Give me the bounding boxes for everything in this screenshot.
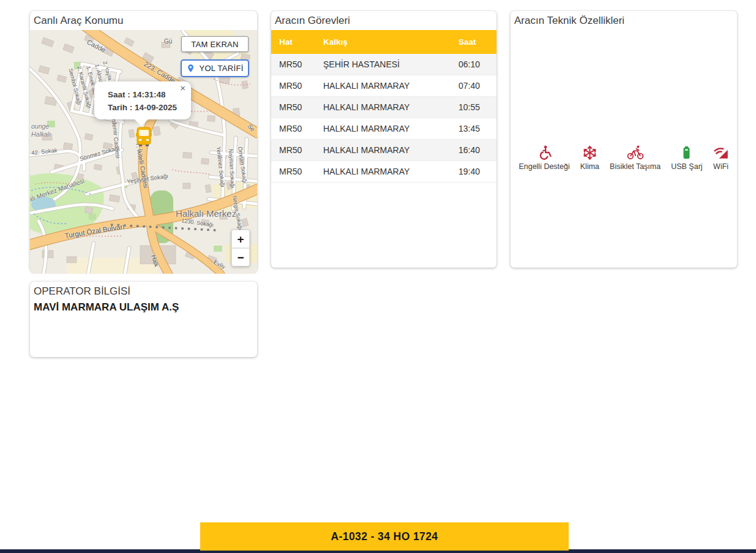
cell-hat: MR50 [271, 54, 317, 75]
tasks-card-title: Aracın Görevleri [271, 11, 496, 30]
cell-hat: MR50 [271, 97, 317, 118]
map-street-label: Halkalı [31, 131, 51, 138]
operator-card-title: OPERATOR BİLGİSİ [30, 282, 257, 301]
map-card-title: Canlı Araç Konumu [30, 11, 257, 30]
feature-bicycle: Bisiklet Taşıma [610, 143, 661, 171]
cell-saat: 10:55 [452, 97, 496, 118]
cell-hat: MR50 [271, 140, 317, 161]
column-header-hat: Hat [271, 30, 317, 54]
cell-saat: 07:40 [452, 75, 496, 97]
cell-saat: 19:40 [452, 161, 496, 182]
cell-kalkis: HALKALI MARMARAY [317, 97, 452, 118]
cell-hat: MR50 [271, 118, 317, 140]
directions-button[interactable]: YOL TARİFİ [181, 59, 249, 77]
feature-icon-row: Engelli DesteğiKlimaBisiklet TaşımaUSB Ş… [511, 143, 737, 171]
cell-kalkis: HALKALI MARMARAY [317, 140, 452, 161]
cell-saat: 06:10 [452, 54, 496, 75]
feature-wheelchair: Engelli Desteği [518, 143, 569, 171]
map-popup: × Saat : 14:31:48 Tarih : 14-09-2025 [94, 81, 191, 119]
bicycle-icon [627, 143, 644, 160]
column-header-saat: Saat [452, 30, 496, 54]
map-canvas[interactable]: Cadde223. CaddeGüSembol Sokağı2. Karanfi… [30, 30, 257, 274]
cell-kalkis: ŞEHİR HASTANESİ [317, 54, 452, 75]
table-row: MR50HALKALI MARMARAY16:40 [271, 140, 496, 161]
fullscreen-button[interactable]: TAM EKRAN [181, 36, 249, 52]
tasks-table: Hat Kalkış Saat MR50ŞEHİR HASTANESİ06:10… [271, 30, 496, 182]
vehicle-bus-marker-icon[interactable] [135, 127, 152, 146]
directions-button-label: YOL TARİFİ [199, 64, 243, 73]
table-row: MR50HALKALI MARMARAY19:40 [271, 161, 496, 182]
map-street-label: Nayman Sokağı [228, 149, 235, 188]
tech-card-title: Aracın Teknik Özellikleri [511, 11, 737, 30]
zoom-out-button[interactable]: − [231, 248, 250, 266]
cell-hat: MR50 [271, 161, 317, 182]
column-header-kalkis: Kalkış [317, 30, 452, 54]
close-icon[interactable]: × [180, 83, 185, 92]
location-pin-icon [186, 64, 195, 73]
feature-snowflake: Klima [580, 143, 599, 171]
table-row: MR50HALKALI MARMARAY10:55 [271, 97, 496, 118]
popup-time: Saat : 14:31:48 [108, 88, 186, 101]
feature-label: Bisiklet Taşıma [610, 162, 661, 171]
feature-battery: USB Şarj [671, 143, 702, 171]
cell-hat: MR50 [271, 75, 317, 97]
operator-name: MAVİ MARMARA ULAŞIM A.Ş [30, 301, 257, 314]
cell-kalkis: HALKALI MARMARAY [317, 118, 452, 140]
cell-saat: 16:40 [452, 140, 496, 161]
feature-label: Klima [580, 162, 599, 171]
cell-kalkis: HALKALI MARMARAY [317, 75, 452, 97]
battery-icon [679, 143, 694, 160]
table-row: MR50ŞEHİR HASTANESİ06:10 [271, 54, 496, 75]
popup-date: Tarih : 14-09-2025 [108, 101, 186, 114]
table-row: MR50HALKALI MARMARAY07:40 [271, 75, 496, 97]
wheelchair-icon [536, 143, 552, 160]
feature-label: Engelli Desteği [518, 162, 569, 171]
cell-saat: 13:45 [452, 118, 496, 140]
feature-label: WiFi [713, 162, 728, 171]
feature-label: USB Şarj [671, 162, 702, 171]
feature-wifi: WiFi [713, 143, 729, 171]
map-zoom-controls: + − [231, 230, 250, 266]
vehicle-plate-banner: A-1032 - 34 HO 1724 [200, 522, 569, 551]
table-header-row: Hat Kalkış Saat [271, 30, 496, 54]
zoom-in-button[interactable]: + [231, 230, 250, 248]
wifi-icon [713, 143, 729, 160]
operator-card: OPERATOR BİLGİSİ MAVİ MARMARA ULAŞIM A.Ş [30, 282, 257, 357]
live-location-card: Canlı Araç Konumu [30, 11, 257, 271]
table-row: MR50HALKALI MARMARAY13:45 [271, 118, 496, 140]
cell-kalkis: HALKALI MARMARAY [317, 161, 452, 182]
snowflake-icon [582, 143, 597, 160]
tasks-card: Aracın Görevleri Hat Kalkış Saat MR50ŞEH… [271, 11, 496, 268]
map-street-label: Gü [164, 39, 172, 45]
map-street-label: Halkalı Merkez [176, 209, 236, 218]
tech-features-card: Aracın Teknik Özellikleri Engelli Desteğ… [511, 11, 737, 268]
map-street-label: ounge [31, 123, 49, 130]
